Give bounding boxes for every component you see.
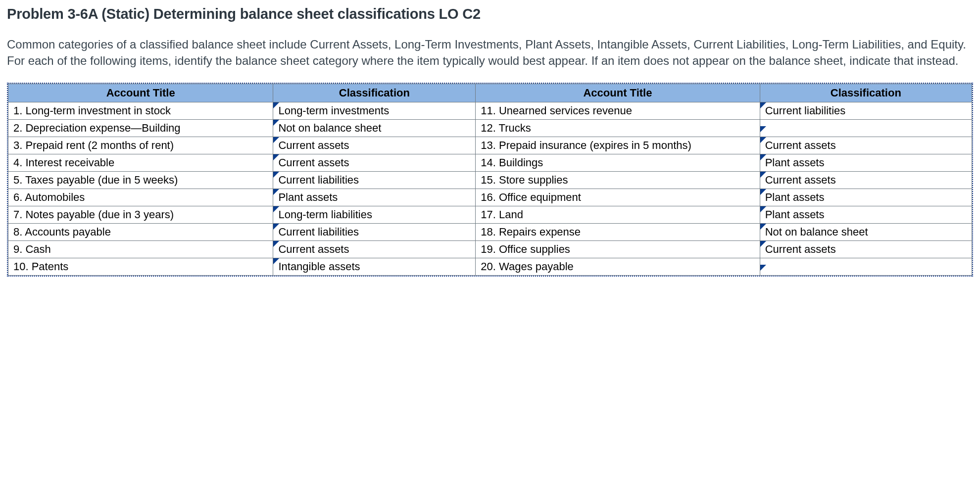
classification-dropdown[interactable]: Plant assets — [760, 206, 972, 224]
account-title-cell: 20. Wages payable — [476, 258, 760, 276]
classification-dropdown[interactable]: Current liabilities — [273, 224, 476, 241]
instructions-text: Common categories of a classified balanc… — [7, 36, 973, 69]
classification-dropdown[interactable]: Intangible assets — [273, 258, 476, 276]
classification-dropdown[interactable]: Long-term liabilities — [273, 206, 476, 224]
header-classification-left: Classification — [273, 84, 476, 102]
account-title-cell: 9. Cash — [8, 241, 273, 258]
account-title-cell: 6. Automobiles — [8, 189, 273, 206]
table-row: 2. Depreciation expense—Building Not on … — [8, 120, 972, 137]
classification-dropdown[interactable]: Current assets — [273, 137, 476, 154]
account-title-cell: 7. Notes payable (due in 3 years) — [8, 206, 273, 224]
account-title-cell: 14. Buildings — [476, 154, 760, 172]
account-title-cell: 16. Office equipment — [476, 189, 760, 206]
table-row: 8. Accounts payable Current liabilities … — [8, 224, 972, 241]
table-row: 7. Notes payable (due in 3 years) Long-t… — [8, 206, 972, 224]
account-title-cell: 15. Store supplies — [476, 172, 760, 189]
account-title-cell: 11. Unearned services revenue — [476, 102, 760, 120]
classification-dropdown[interactable]: Not on balance sheet — [273, 120, 476, 137]
account-title-cell: 13. Prepaid insurance (expires in 5 mont… — [476, 137, 760, 154]
table-row: 6. Automobiles Plant assets 16. Office e… — [8, 189, 972, 206]
account-title-cell: 3. Prepaid rent (2 months of rent) — [8, 137, 273, 154]
account-title-cell: 17. Land — [476, 206, 760, 224]
account-title-cell: 4. Interest receivable — [8, 154, 273, 172]
table-row: 4. Interest receivable Current assets 14… — [8, 154, 972, 172]
classification-dropdown[interactable]: Current assets — [760, 241, 972, 258]
account-title-cell: 19. Office supplies — [476, 241, 760, 258]
account-title-cell: 1. Long-term investment in stock — [8, 102, 273, 120]
classification-dropdown[interactable]: Current liabilities — [760, 102, 972, 120]
classification-dropdown[interactable]: Long-term investments — [273, 102, 476, 120]
classification-dropdown[interactable]: Current assets — [273, 154, 476, 172]
classification-dropdown[interactable] — [760, 258, 972, 276]
account-title-cell: 12. Trucks — [476, 120, 760, 137]
table-row: 10. Patents Intangible assets 20. Wages … — [8, 258, 972, 276]
table-row: 3. Prepaid rent (2 months of rent) Curre… — [8, 137, 972, 154]
account-title-cell: 8. Accounts payable — [8, 224, 273, 241]
classification-table: Account Title Classification Account Tit… — [8, 84, 972, 276]
header-classification-right: Classification — [760, 84, 972, 102]
header-account-title-right: Account Title — [476, 84, 760, 102]
classification-dropdown[interactable]: Current liabilities — [273, 172, 476, 189]
classification-dropdown[interactable]: Not on balance sheet — [760, 224, 972, 241]
table-header-row: Account Title Classification Account Tit… — [8, 84, 972, 102]
answer-table-frame: Account Title Classification Account Tit… — [7, 83, 973, 277]
account-title-cell: 18. Repairs expense — [476, 224, 760, 241]
classification-dropdown[interactable] — [760, 120, 972, 137]
table-row: 9. Cash Current assets 19. Office suppli… — [8, 241, 972, 258]
classification-dropdown[interactable]: Current assets — [273, 241, 476, 258]
header-account-title-left: Account Title — [8, 84, 273, 102]
classification-dropdown[interactable]: Current assets — [760, 137, 972, 154]
classification-dropdown[interactable]: Current assets — [760, 172, 972, 189]
classification-dropdown[interactable]: Plant assets — [760, 189, 972, 206]
account-title-cell: 5. Taxes payable (due in 5 weeks) — [8, 172, 273, 189]
table-row: 1. Long-term investment in stock Long-te… — [8, 102, 972, 120]
account-title-cell: 2. Depreciation expense—Building — [8, 120, 273, 137]
classification-dropdown[interactable]: Plant assets — [760, 154, 972, 172]
page-title: Problem 3-6A (Static) Determining balanc… — [7, 6, 973, 22]
classification-dropdown[interactable]: Plant assets — [273, 189, 476, 206]
account-title-cell: 10. Patents — [8, 258, 273, 276]
table-row: 5. Taxes payable (due in 5 weeks) Curren… — [8, 172, 972, 189]
